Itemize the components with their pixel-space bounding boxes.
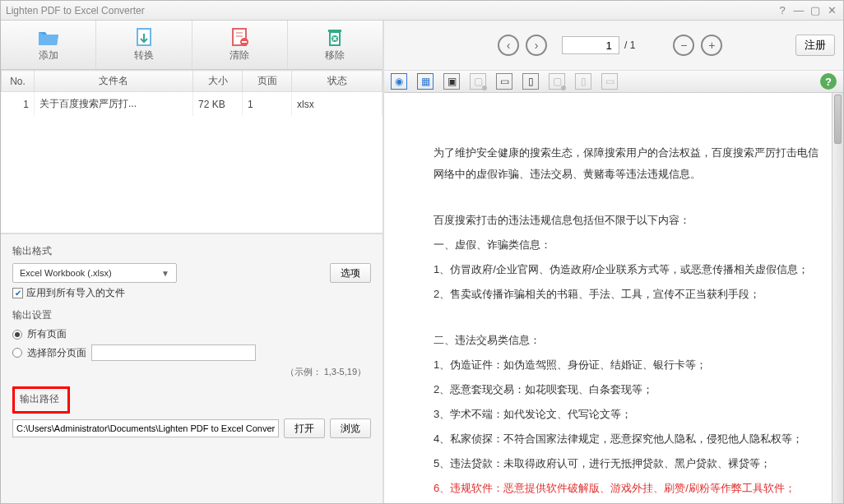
next-page-button[interactable]: › bbox=[526, 35, 547, 56]
output-format-label: 输出格式 bbox=[12, 244, 371, 258]
clear-label: 清除 bbox=[230, 49, 249, 62]
scrollbar-thumb[interactable] bbox=[834, 95, 842, 144]
open-button[interactable]: 打开 bbox=[284, 418, 325, 438]
add-label: 添加 bbox=[39, 49, 58, 62]
help-circle-icon[interactable]: ? bbox=[820, 73, 837, 90]
view-tool-4-icon[interactable]: ▢ bbox=[549, 73, 565, 90]
preview-text: 5、违法贷款：未取得政府认可，进行无抵押贷款、黑户贷款、裸贷等； bbox=[434, 453, 818, 474]
svg-rect-7 bbox=[328, 30, 341, 32]
clear-button[interactable]: 清除 bbox=[192, 21, 288, 69]
options-button[interactable]: 选项 bbox=[330, 263, 371, 283]
register-button[interactable]: 注册 bbox=[795, 35, 835, 56]
minimize-icon[interactable]: — bbox=[792, 4, 805, 17]
maximize-icon[interactable]: ▢ bbox=[809, 4, 822, 17]
view-tool-2-icon[interactable]: ▭ bbox=[496, 73, 512, 90]
preview-text: 7、违规兼职网赚：发布刷单、打字等欺诈类兼职或违法灰色网赚信息，导致网络用户财产… bbox=[434, 502, 818, 503]
preview-text: 百度搜索打击的违法违规信息包括但不限于以下内容： bbox=[434, 210, 818, 231]
output-settings-label: 输出设置 bbox=[12, 308, 371, 322]
document-convert-icon bbox=[132, 27, 155, 47]
preview-text: 2、恶意套现交易：如花呗套现、白条套现等； bbox=[434, 379, 818, 400]
page-example: （示例： 1,3-5,19） bbox=[12, 364, 371, 378]
preview-text: 为了维护安全健康的搜索生态，保障搜索用户的合法权益，百度搜索严厉打击电信网络中的… bbox=[434, 142, 818, 185]
view-mode-1-icon[interactable]: ◉ bbox=[391, 73, 407, 90]
window-title: Lighten PDF to Excel Converter bbox=[6, 5, 145, 16]
trash-icon bbox=[323, 27, 346, 47]
zoom-out-button[interactable]: − bbox=[673, 35, 694, 56]
preview-text: 一、虚假、诈骗类信息： bbox=[434, 234, 818, 256]
document-delete-icon bbox=[228, 27, 251, 47]
preview-text: 二、违法交易类信息： bbox=[434, 330, 818, 351]
page-input[interactable] bbox=[562, 36, 619, 54]
document-preview: 为了维护安全健康的搜索生态，保障搜索用户的合法权益，百度搜索严厉打击电信网络中的… bbox=[384, 93, 843, 503]
left-panel: 添加 转换 清除 移除 No. bbox=[1, 21, 384, 503]
th-name[interactable]: 文件名 bbox=[35, 71, 193, 92]
folder-open-icon bbox=[37, 27, 60, 47]
all-pages-label: 所有页面 bbox=[27, 327, 67, 341]
browse-button[interactable]: 浏览 bbox=[330, 418, 371, 438]
main-toolbar: 添加 转换 清除 移除 bbox=[1, 21, 383, 70]
close-icon[interactable]: ✕ bbox=[825, 4, 838, 17]
remove-button[interactable]: 移除 bbox=[288, 21, 383, 69]
right-panel: ‹ › / 1 − + 注册 ◉ ▦ ▣ ▢ ▭ ▯ ▢ ▯ ▭ bbox=[384, 21, 843, 503]
th-state[interactable]: 状态 bbox=[292, 71, 383, 92]
preview-text: 2、售卖或传播诈骗相关的书籍、手法、工具，宣传不正当获利手段； bbox=[434, 284, 818, 305]
preview-text: 4、私家侦探：不符合国家法律规定，恶意探究他人隐私，侵犯他人隐私权等； bbox=[434, 428, 818, 450]
view-tool-5-icon[interactable]: ▯ bbox=[575, 73, 591, 90]
view-tool-1-icon[interactable]: ▢ bbox=[470, 73, 486, 90]
preview-text: 3、学术不端：如代发论文、代写论文等； bbox=[434, 404, 818, 425]
preview-text-highlighted: 6、违规软件：恶意提供软件破解版、游戏外挂、刷赞/刷粉等作弊工具软件； bbox=[434, 478, 818, 499]
preview-text: 1、仿冒政府/企业官网、伪造政府/企业联系方式等，或恶意传播相关虚假信息； bbox=[434, 259, 818, 280]
view-fit-icon[interactable]: ▣ bbox=[443, 73, 460, 90]
prev-page-button[interactable]: ‹ bbox=[498, 35, 519, 56]
view-grid-icon[interactable]: ▦ bbox=[417, 73, 434, 90]
chevron-down-icon: ▼ bbox=[161, 269, 169, 278]
format-select[interactable]: Excel Workbook (.xlsx) ▼ bbox=[12, 263, 177, 283]
apply-all-checkbox[interactable]: ✔ bbox=[12, 288, 23, 298]
zoom-in-button[interactable]: + bbox=[701, 35, 722, 56]
apply-all-label: 应用到所有导入的文件 bbox=[26, 286, 125, 300]
preview-text: 1、伪造证件：如伪造驾照、身份证、结婚证、银行卡等； bbox=[434, 354, 818, 376]
output-path-label: 输出路径 bbox=[20, 393, 59, 405]
remove-label: 移除 bbox=[325, 49, 345, 62]
view-toolbar: ◉ ▦ ▣ ▢ ▭ ▯ ▢ ▯ ▭ ? bbox=[384, 70, 843, 93]
th-page[interactable]: 页面 bbox=[243, 71, 292, 92]
preview-scrollbar[interactable] bbox=[832, 93, 843, 503]
convert-button[interactable]: 转换 bbox=[96, 21, 192, 69]
th-no[interactable]: No. bbox=[2, 71, 35, 92]
titlebar: Lighten PDF to Excel Converter ? — ▢ ✕ bbox=[1, 1, 843, 21]
format-value: Excel Workbook (.xlsx) bbox=[20, 268, 112, 278]
th-size[interactable]: 大小 bbox=[193, 71, 243, 92]
page-total: / 1 bbox=[624, 39, 635, 51]
output-path-input[interactable] bbox=[12, 419, 279, 437]
output-path-highlight: 输出路径 bbox=[12, 386, 70, 414]
view-tool-6-icon[interactable]: ▭ bbox=[601, 73, 618, 90]
table-row[interactable]: 1 关于百度搜索严厉打... 72 KB 1 xlsx bbox=[2, 92, 383, 117]
view-tool-3-icon[interactable]: ▯ bbox=[522, 73, 539, 90]
app-window: Lighten PDF to Excel Converter ? — ▢ ✕ 添… bbox=[0, 0, 844, 504]
select-pages-radio[interactable] bbox=[12, 348, 22, 358]
all-pages-radio[interactable] bbox=[12, 330, 22, 340]
convert-label: 转换 bbox=[134, 49, 154, 62]
settings-panel: 输出格式 Excel Workbook (.xlsx) ▼ 选项 ✔ 应用到所有… bbox=[1, 234, 383, 503]
page-range-input[interactable] bbox=[91, 344, 256, 361]
add-button[interactable]: 添加 bbox=[1, 21, 96, 69]
file-table: No. 文件名 大小 页面 状态 1 关于百度搜索严厉打... 72 KB 1 … bbox=[1, 70, 383, 234]
preview-toolbar: ‹ › / 1 − + 注册 bbox=[384, 21, 843, 70]
select-pages-label: 选择部分页面 bbox=[27, 346, 86, 360]
help-icon[interactable]: ? bbox=[776, 4, 789, 17]
